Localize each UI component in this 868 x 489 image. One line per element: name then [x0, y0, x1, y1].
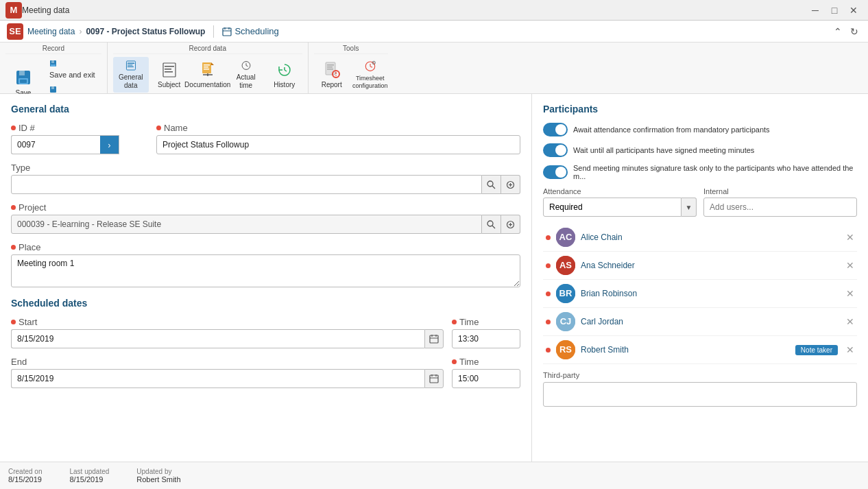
- id-field: ID # ›: [11, 123, 148, 154]
- start-calendar-button[interactable]: [424, 329, 444, 348]
- attendance-dropdown-button[interactable]: ▼: [682, 198, 697, 217]
- report-button[interactable]: Report: [314, 57, 350, 93]
- actual-time-button[interactable]: Actual time: [228, 57, 264, 93]
- main-content: General data ID # › Name: [0, 94, 868, 462]
- start-time-label: Time: [452, 317, 520, 327]
- nav-refresh-button[interactable]: ↻: [847, 25, 861, 38]
- project-input[interactable]: [11, 215, 482, 234]
- participant-row: RSRobert SmithNote taker✕: [543, 336, 857, 364]
- svg-rect-39: [327, 67, 333, 68]
- participant-avatar: AC: [556, 228, 575, 247]
- svg-line-56: [492, 226, 495, 228]
- timesheet-config-label: Timesheet configuration: [352, 75, 388, 90]
- scheduling-label: Scheduling: [234, 26, 278, 36]
- scheduled-dates-title: Scheduled dates: [11, 298, 520, 309]
- end-date-input[interactable]: [11, 369, 424, 388]
- svg-rect-20: [127, 67, 133, 67]
- place-input[interactable]: Meeting room 1: [11, 254, 520, 287]
- report-label: Report: [322, 81, 342, 89]
- svg-line-49: [374, 62, 374, 63]
- name-input[interactable]: [156, 135, 520, 154]
- last-updated-value: 8/15/2019: [69, 475, 109, 484]
- documentation-button[interactable]: Documentation: [190, 57, 226, 93]
- third-party-input[interactable]: [543, 382, 857, 407]
- toggle3-row: Send meeting minutes signature task only…: [543, 164, 857, 180]
- participant-name[interactable]: Ana Schneider: [581, 261, 841, 270]
- toggle2-label: Wait until all participants have signed …: [573, 146, 754, 154]
- updated-by-label: Updated by: [136, 468, 180, 475]
- participant-remove-button[interactable]: ✕: [846, 232, 854, 243]
- id-input[interactable]: [11, 135, 100, 154]
- breadcrumb-separator: ›: [79, 27, 82, 36]
- end-calendar-button[interactable]: [424, 369, 444, 388]
- start-field: Start: [11, 317, 444, 348]
- type-input[interactable]: [11, 175, 482, 194]
- start-time-field: Time: [452, 317, 520, 348]
- svg-text:BR: BR: [559, 288, 572, 298]
- internal-input[interactable]: [703, 198, 857, 217]
- project-field: Project: [11, 202, 520, 234]
- breadcrumb-record: 0097 - Project Status Followup: [86, 27, 205, 36]
- svg-rect-40: [327, 69, 333, 70]
- participant-row: ACAlice Chain✕: [543, 224, 857, 252]
- participant-remove-button[interactable]: ✕: [846, 288, 854, 299]
- toggle2[interactable]: [543, 143, 568, 157]
- svg-text:RS: RS: [559, 344, 572, 355]
- start-time-input[interactable]: [452, 329, 520, 348]
- id-arrow-button[interactable]: ›: [100, 135, 119, 154]
- participant-name[interactable]: Alice Chain: [581, 232, 841, 242]
- minimize-button[interactable]: ─: [806, 3, 824, 17]
- svg-text:M: M: [10, 5, 18, 15]
- name-field: Name: [156, 123, 520, 154]
- save-icon: [14, 68, 33, 87]
- nav-up-button[interactable]: ⌃: [831, 25, 845, 38]
- save-and-exit-button[interactable]: Save and exit: [45, 57, 101, 82]
- maximize-button[interactable]: □: [825, 3, 843, 17]
- general-data-label: General data: [116, 73, 146, 90]
- type-search-button[interactable]: [482, 175, 501, 194]
- name-required: [156, 126, 161, 130]
- timesheet-config-button[interactable]: Timesheet configuration: [352, 57, 388, 93]
- history-button[interactable]: History: [267, 57, 302, 93]
- type-add-button[interactable]: [501, 175, 520, 194]
- project-add-button[interactable]: [501, 215, 520, 234]
- breadcrumb-app[interactable]: Meeting data: [27, 27, 75, 36]
- end-time-field: Time: [452, 357, 520, 388]
- participant-name[interactable]: Brian Robinson: [581, 289, 841, 298]
- id-required: [11, 126, 16, 130]
- subject-button[interactable]: Subject: [152, 57, 187, 93]
- timesheet-config-icon: [361, 60, 379, 73]
- toggle3[interactable]: [543, 165, 568, 179]
- status-bar: Created on 8/15/2019 Last updated 8/15/2…: [0, 462, 868, 489]
- subject-label: Subject: [158, 81, 180, 89]
- updated-by-field: Updated by Robert Smith: [136, 468, 180, 484]
- participant-name[interactable]: Robert Smith: [581, 345, 790, 355]
- scheduling-link[interactable]: Scheduling: [222, 26, 278, 36]
- svg-point-50: [487, 181, 493, 187]
- id-label: ID #: [11, 123, 148, 133]
- attendance-label: Attendance: [543, 187, 697, 195]
- toggle1[interactable]: [543, 123, 568, 136]
- toolbar-record-section: Record Save Save and exit Save and new: [0, 43, 108, 93]
- attendance-select[interactable]: Required Optional: [543, 198, 682, 217]
- project-search-button[interactable]: [482, 215, 501, 234]
- svg-rect-9: [19, 71, 25, 75]
- participants-list: ACAlice Chain✕ASAna Schneider✕BRBrian Ro…: [543, 224, 857, 364]
- general-data-button[interactable]: General data: [113, 57, 149, 93]
- place-field: Place Meeting room 1: [11, 242, 520, 289]
- end-time-input[interactable]: [452, 369, 520, 388]
- toolbar-tools-content: Report Timesheet configuration: [314, 54, 388, 95]
- close-button[interactable]: ✕: [845, 3, 863, 17]
- created-on-field: Created on 8/15/2019: [8, 468, 42, 484]
- svg-rect-14: [51, 64, 56, 67]
- svg-point-55: [487, 221, 493, 226]
- participant-remove-button[interactable]: ✕: [846, 316, 854, 327]
- start-date-input[interactable]: [11, 329, 424, 348]
- attendance-internal-row: Attendance Required Optional ▼ Internal: [543, 187, 857, 217]
- participant-remove-button[interactable]: ✕: [846, 260, 854, 271]
- titlebar-title: Meeting data: [22, 5, 806, 15]
- svg-rect-22: [165, 66, 174, 67]
- participant-name[interactable]: Carl Jordan: [581, 317, 841, 326]
- participant-remove-button[interactable]: ✕: [846, 344, 854, 355]
- titlebar: M Meeting data ─ □ ✕: [0, 0, 868, 21]
